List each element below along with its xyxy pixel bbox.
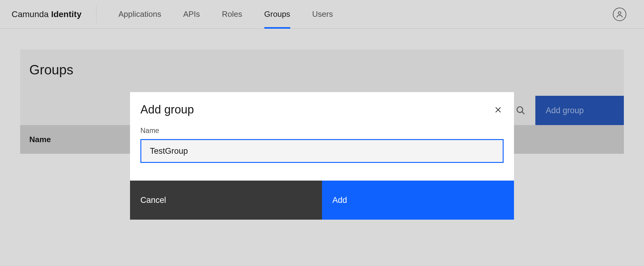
- add-group-modal: Add group Name Cancel Add: [130, 92, 514, 220]
- modal-overlay: Add group Name Cancel Add: [0, 0, 644, 266]
- name-input[interactable]: [140, 139, 504, 163]
- add-button[interactable]: Add: [322, 181, 514, 220]
- add-button-label: Add: [332, 196, 347, 205]
- close-button[interactable]: [493, 104, 504, 115]
- modal-title: Add group: [140, 103, 194, 116]
- cancel-button[interactable]: Cancel: [130, 181, 322, 220]
- close-icon: [494, 106, 502, 113]
- modal-header: Add group: [130, 92, 514, 119]
- cancel-button-label: Cancel: [140, 196, 166, 205]
- modal-body: Name: [130, 119, 514, 181]
- name-field-label: Name: [140, 127, 504, 135]
- modal-footer: Cancel Add: [130, 181, 514, 220]
